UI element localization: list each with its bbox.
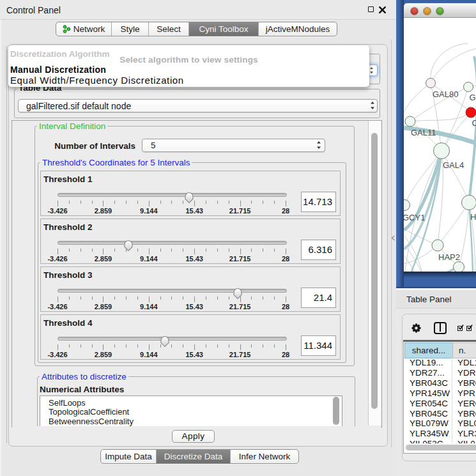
svg-text:G.: G. [470, 93, 476, 102]
svg-text:C: C [472, 118, 476, 128]
svg-text:GAL4: GAL4 [443, 160, 464, 170]
svg-text:HAP2: HAP2 [438, 252, 460, 262]
svg-text:GAL80: GAL80 [433, 89, 458, 99]
svg-text:H: H [470, 212, 476, 222]
svg-text:GCY1: GCY1 [404, 213, 425, 222]
svg-text:GAL11: GAL11 [411, 128, 436, 137]
